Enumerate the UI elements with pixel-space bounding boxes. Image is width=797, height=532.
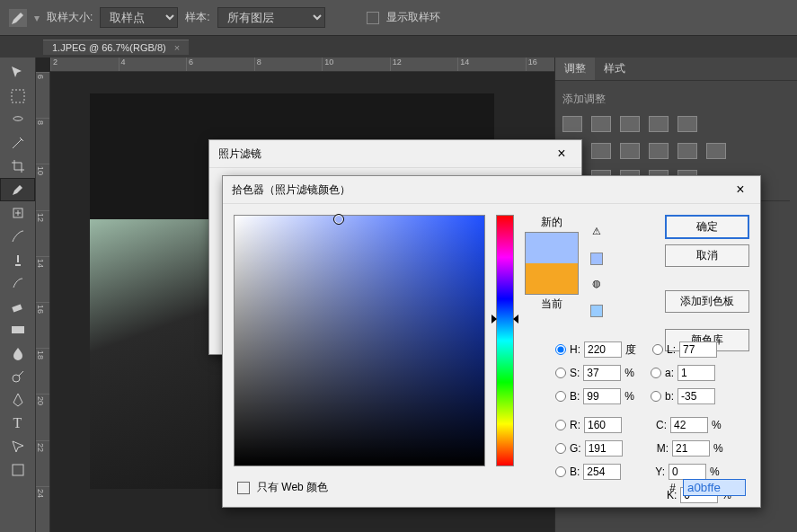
sample-select[interactable]: 所有图层 (217, 7, 325, 28)
m-input[interactable] (672, 440, 710, 457)
eyedropper-icon (9, 9, 27, 27)
y-input[interactable] (669, 464, 706, 480)
vibrance-icon[interactable] (677, 116, 697, 132)
current-color-swatch[interactable] (526, 263, 578, 294)
b-radio[interactable] (651, 391, 661, 402)
svg-rect-5 (13, 465, 23, 475)
svg-rect-3 (12, 326, 24, 333)
eyedropper-tool[interactable] (0, 178, 35, 201)
exposure-icon[interactable] (649, 116, 669, 132)
document-tab-label: 1.JPEG @ 66.7%(RGB/8) (52, 42, 166, 53)
hex-label: # (669, 482, 676, 494)
move-tool[interactable] (0, 61, 35, 84)
brightness-icon[interactable] (562, 116, 582, 132)
r-input[interactable] (584, 417, 622, 433)
add-adjustment-label: 添加调整 (562, 88, 790, 111)
r-radio[interactable] (555, 420, 566, 430)
gamut-swatch[interactable] (590, 253, 603, 265)
new-color-swatch[interactable] (526, 233, 578, 263)
gradient-tool[interactable] (0, 318, 35, 341)
marquee-tool[interactable] (0, 84, 35, 108)
show-ring-label: 显示取样环 (386, 10, 440, 25)
balance-icon[interactable] (591, 143, 611, 159)
new-color-label: 新的 (541, 215, 562, 230)
h-input[interactable] (584, 341, 622, 358)
tab-styles[interactable]: 样式 (595, 58, 634, 80)
svg-rect-2 (12, 304, 22, 312)
stamp-tool[interactable] (0, 248, 35, 271)
close-icon[interactable]: × (730, 182, 751, 198)
l-radio[interactable] (652, 344, 663, 355)
type-tool[interactable]: T (0, 412, 35, 435)
shape-tool[interactable] (0, 458, 35, 482)
show-ring-checkbox[interactable] (367, 12, 379, 24)
websafe-swatch[interactable] (590, 305, 603, 317)
history-brush-tool[interactable] (0, 271, 35, 295)
cancel-button[interactable]: 取消 (665, 244, 749, 267)
lookup-icon[interactable] (706, 143, 726, 159)
hue-slider[interactable] (496, 215, 514, 466)
document-tabs: 1.JPEG @ 66.7%(RGB/8) × (0, 36, 797, 58)
blur-tool[interactable] (0, 341, 35, 365)
cube-icon[interactable]: ◍ (589, 278, 604, 290)
ruler-vertical: 681012141618202224 (36, 72, 50, 532)
a-input[interactable] (677, 365, 715, 381)
mixer-icon[interactable] (677, 143, 697, 159)
triangle-icon[interactable]: ▾ (34, 12, 40, 24)
healing-tool[interactable] (0, 201, 35, 225)
path-tool[interactable] (0, 435, 35, 458)
c-input[interactable] (670, 417, 708, 433)
a-radio[interactable] (651, 368, 661, 378)
add-swatch-button[interactable]: 添加到色板 (665, 290, 749, 313)
web-only-label: 只有 Web 颜色 (257, 480, 328, 495)
bv-input[interactable] (583, 388, 621, 404)
gamut-warning-icon[interactable]: ⚠ (589, 226, 604, 238)
toolbox: T (0, 58, 36, 532)
picker-ring-icon (333, 214, 344, 225)
lasso-tool[interactable] (0, 108, 35, 131)
g-radio[interactable] (555, 443, 566, 454)
l-input[interactable] (679, 341, 717, 358)
levels-icon[interactable] (591, 116, 611, 132)
ok-button[interactable]: 确定 (665, 215, 749, 239)
document-tab[interactable]: 1.JPEG @ 66.7%(RGB/8) × (43, 40, 189, 55)
sample-label: 样本: (185, 10, 209, 25)
web-only-checkbox[interactable] (237, 482, 250, 494)
sample-size-label: 取样大小: (47, 10, 93, 25)
color-picker-dialog: 拾色器（照片滤镜颜色） × 新的 当前 ⚠ ◍ 确定 取消 添加到色板 (222, 175, 761, 508)
bw-icon[interactable] (620, 143, 640, 159)
color-field[interactable] (234, 215, 485, 466)
photo-filter-title: 照片滤镜 (218, 146, 261, 162)
svg-rect-0 (12, 90, 24, 102)
s-radio[interactable] (555, 368, 566, 378)
curves-icon[interactable] (620, 116, 640, 132)
bc-input[interactable] (583, 464, 621, 480)
h-radio[interactable] (555, 344, 566, 355)
b-input[interactable] (677, 388, 715, 404)
close-icon[interactable]: × (174, 42, 180, 53)
hue-arrows-icon (491, 315, 518, 324)
bc-radio[interactable] (555, 466, 566, 477)
svg-point-4 (13, 375, 20, 382)
tab-adjustments[interactable]: 调整 (555, 58, 595, 80)
bv-radio[interactable] (555, 391, 566, 402)
current-color-label: 当前 (541, 297, 562, 312)
eraser-tool[interactable] (0, 295, 35, 318)
wand-tool[interactable] (0, 131, 35, 155)
options-bar: ▾ 取样大小: 取样点 样本: 所有图层 显示取样环 (0, 0, 797, 36)
hex-input[interactable] (683, 479, 746, 496)
brush-tool[interactable] (0, 225, 35, 248)
photo-filter-icon[interactable] (649, 143, 669, 159)
crop-tool[interactable] (0, 155, 35, 178)
g-input[interactable] (585, 440, 623, 457)
sample-size-select[interactable]: 取样点 (100, 7, 178, 28)
color-swatches (525, 232, 579, 295)
dodge-tool[interactable] (0, 365, 35, 388)
pen-tool[interactable] (0, 388, 35, 412)
s-input[interactable] (583, 365, 621, 381)
panel-tabs: 调整 样式 (555, 58, 797, 81)
close-icon[interactable]: × (551, 146, 572, 162)
color-picker-title: 拾色器（照片滤镜颜色） (232, 182, 350, 198)
adjustment-icons-row (562, 111, 790, 137)
